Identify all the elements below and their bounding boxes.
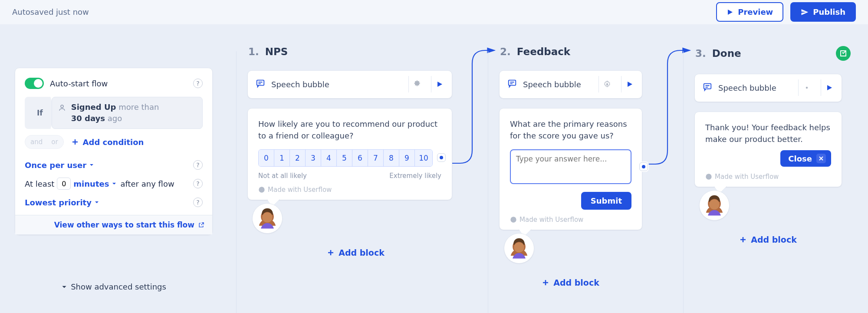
- play-icon[interactable]: [431, 76, 447, 92]
- preview-button[interactable]: Preview: [716, 2, 783, 22]
- play-icon[interactable]: [621, 76, 638, 92]
- made-with-label: Made with Userflow: [705, 173, 831, 181]
- svg-point-12: [706, 174, 711, 179]
- userflow-icon: [510, 216, 517, 223]
- preview-bubble: What are the primary reasons for the sco…: [499, 108, 642, 230]
- svg-point-9: [514, 242, 524, 252]
- unit-dropdown[interactable]: minutes: [73, 179, 117, 188]
- add-block-button[interactable]: Add block: [247, 248, 464, 257]
- plus-icon: [72, 138, 79, 145]
- priority-dropdown[interactable]: Lowest priority: [25, 198, 99, 207]
- delay-input[interactable]: [57, 178, 71, 190]
- avatar: [252, 203, 283, 234]
- help-icon[interactable]: ?: [193, 160, 203, 170]
- help-icon[interactable]: ?: [193, 179, 203, 188]
- step-title[interactable]: Done: [712, 48, 741, 59]
- plus-icon: [327, 249, 334, 256]
- topbar: Autosaved just now Preview Publish: [0, 0, 868, 24]
- step-title[interactable]: NPS: [265, 46, 288, 57]
- preview-label: Preview: [738, 7, 773, 16]
- feedback-question: What are the primary reasons for the sco…: [510, 118, 631, 142]
- svg-point-2: [259, 187, 264, 192]
- step-nps: 1.NPS Speech bubble How likely are you t…: [247, 44, 464, 257]
- help-icon[interactable]: ?: [193, 198, 203, 207]
- publish-label: Publish: [813, 7, 845, 16]
- close-icon: [816, 154, 826, 163]
- step-done: 3. Done Speech bubble Thank you! Your fe…: [694, 44, 851, 244]
- chevron-down-icon: [112, 181, 117, 186]
- chevron-down-icon: [89, 162, 94, 168]
- speech-bubble-icon: [256, 79, 265, 90]
- chevron-down-icon: [61, 284, 67, 290]
- if-badge: If: [25, 97, 55, 129]
- autostart-toggle[interactable]: [25, 78, 44, 89]
- user-icon: [58, 103, 66, 115]
- afterany-label: after any flow: [120, 179, 174, 188]
- svg-rect-1: [257, 80, 264, 86]
- submit-button[interactable]: Submit: [581, 192, 631, 210]
- avatar: [699, 190, 730, 221]
- svg-point-7: [510, 217, 516, 222]
- other-ways-link[interactable]: View other ways to start this flow: [54, 221, 204, 229]
- userflow-icon: [258, 186, 265, 193]
- connector-node[interactable]: [437, 153, 446, 162]
- connector-node[interactable]: [639, 162, 648, 171]
- frequency-dropdown[interactable]: Once per user: [25, 161, 94, 170]
- userflow-icon: [705, 173, 712, 180]
- feedback-input[interactable]: [510, 149, 631, 184]
- preview-bubble: How likely are you to recommend our prod…: [247, 108, 452, 200]
- block-card[interactable]: Speech bubble: [694, 74, 842, 102]
- svg-rect-5: [509, 80, 516, 86]
- block-card[interactable]: Speech bubble: [499, 70, 642, 99]
- close-button[interactable]: Close: [780, 150, 831, 167]
- gear-icon[interactable]: [798, 79, 815, 96]
- condition-row[interactable]: If Signed Up more than 30 days ago: [25, 97, 203, 129]
- send-icon: [801, 8, 809, 16]
- publish-button[interactable]: Publish: [790, 2, 856, 22]
- add-block-button[interactable]: Add block: [694, 235, 842, 244]
- made-with-label: Made with Userflow: [258, 186, 441, 194]
- nps-scale[interactable]: 012345678910: [258, 149, 433, 167]
- external-link-icon: [198, 222, 204, 228]
- speech-bubble-icon: [703, 82, 712, 93]
- done-message: Thank you! Your feedback helps make our …: [705, 122, 831, 145]
- nps-question: How likely are you to recommend our prod…: [258, 118, 441, 142]
- atleast-label: At least: [25, 179, 54, 188]
- play-icon: [727, 9, 733, 16]
- step-feedback: 2.Feedback Speech bubble What are the pr…: [499, 44, 655, 287]
- help-icon[interactable]: ?: [193, 79, 203, 88]
- add-condition-button[interactable]: Add condition: [72, 138, 144, 147]
- add-block-button[interactable]: Add block: [499, 278, 642, 287]
- svg-point-4: [262, 212, 272, 222]
- flow-settings-panel: Auto-start flow ? If Signed Up more than…: [15, 68, 213, 235]
- step-title[interactable]: Feedback: [517, 46, 570, 57]
- svg-point-11: [806, 87, 808, 89]
- show-advanced-button[interactable]: Show advanced settings: [15, 282, 213, 291]
- plus-icon: [740, 236, 746, 243]
- speech-bubble-icon: [507, 79, 517, 90]
- done-badge-icon: [836, 46, 851, 61]
- svg-point-6: [606, 83, 608, 86]
- preview-bubble: Thank you! Your feedback helps make our …: [694, 112, 842, 187]
- autosave-status: Autosaved just now: [12, 7, 89, 16]
- block-card[interactable]: Speech bubble: [247, 70, 452, 99]
- flow-canvas[interactable]: Auto-start flow ? If Signed Up more than…: [0, 24, 868, 313]
- gear-icon[interactable]: [408, 76, 425, 92]
- play-icon[interactable]: [821, 79, 837, 96]
- plus-icon: [542, 279, 549, 286]
- and-or-toggle[interactable]: and or: [25, 135, 64, 149]
- made-with-label: Made with Userflow: [510, 216, 631, 224]
- chevron-down-icon: [94, 200, 99, 205]
- autostart-label: Auto-start flow: [50, 79, 108, 88]
- avatar: [504, 233, 534, 264]
- svg-point-0: [61, 105, 63, 108]
- gear-icon[interactable]: [598, 76, 615, 92]
- svg-point-14: [709, 199, 719, 209]
- svg-rect-10: [704, 84, 711, 89]
